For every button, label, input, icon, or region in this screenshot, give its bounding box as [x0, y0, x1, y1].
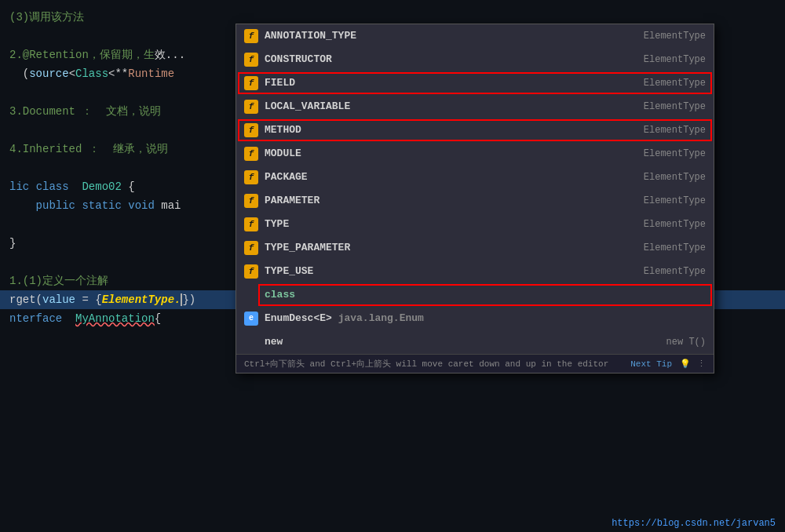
ac-type-14: new T() [651, 333, 706, 352]
ac-name-10: TYPE_PARAMETER [265, 239, 628, 257]
ac-item-package[interactable]: f PACKAGE ElementType [236, 166, 714, 189]
ac-type-9: ElementType [628, 215, 706, 234]
ac-name-6: MODULE [265, 144, 628, 163]
field-icon-11: f [244, 264, 258, 279]
statusbar-shortcut-text: Ctrl+向下箭头 and Ctrl+向上箭头 will move caret … [244, 358, 630, 370]
ac-name-9: TYPE [265, 215, 628, 234]
ac-name-13: EnumDesc<E> java.lang.Enum [265, 309, 706, 328]
field-icon-5: f [244, 123, 258, 137]
ac-item-field[interactable]: f FIELD ElementType [236, 71, 714, 95]
field-icon-6: f [244, 147, 258, 161]
ac-type-8: ElementType [628, 191, 706, 210]
field-icon-2: f [244, 53, 258, 67]
ac-type-5: ElementType [628, 121, 706, 140]
ac-item-method[interactable]: f METHOD ElementType [236, 118, 714, 142]
bottom-url-bar: https://blog.csdn.net/jarvan5 [602, 515, 785, 532]
ac-type-10: ElementType [628, 239, 706, 257]
ac-name-4: LOCAL_VARIABLE [265, 97, 628, 116]
field-icon-7: f [244, 170, 258, 184]
ac-item-annotation-type[interactable]: f ANNOTATION_TYPE ElementType [236, 24, 714, 48]
ac-item-local-variable[interactable]: f LOCAL_VARIABLE ElementType [236, 95, 714, 118]
ac-name-1: ANNOTATION_TYPE [265, 27, 628, 46]
ac-item-new[interactable]: f new new T() [236, 330, 714, 354]
ac-type-4: ElementType [628, 97, 706, 116]
field-icon-9: f [244, 217, 258, 231]
more-options-icon[interactable]: ⋮ [697, 359, 706, 369]
autocomplete-popup[interactable]: f ANNOTATION_TYPE ElementType f CONSTRUC… [236, 24, 714, 373]
url-text: https://blog.csdn.net/jarvan5 [612, 518, 776, 529]
autocomplete-statusbar: Ctrl+向下箭头 and Ctrl+向上箭头 will move caret … [236, 354, 714, 373]
ac-type-7: ElementType [628, 168, 706, 187]
enum-icon-13: e [244, 312, 258, 326]
field-icon-8: f [244, 194, 258, 208]
field-icon-10: f [244, 241, 258, 255]
ac-name-8: PARAMETER [265, 191, 628, 210]
ac-name-11: TYPE_USE [265, 262, 628, 281]
ac-name-14: new [265, 333, 651, 352]
ac-name-5: METHOD [265, 121, 628, 140]
ac-item-class[interactable]: f class [236, 283, 714, 307]
field-icon-3: f [244, 76, 258, 90]
ac-name-12: class [265, 286, 706, 304]
ac-item-constructor[interactable]: f CONSTRUCTOR ElementType [236, 48, 714, 71]
ac-item-type-use[interactable]: f TYPE_USE ElementType [236, 260, 714, 283]
ac-item-module[interactable]: f MODULE ElementType [236, 142, 714, 166]
ac-type-11: ElementType [628, 262, 706, 281]
ac-item-parameter[interactable]: f PARAMETER ElementType [236, 189, 714, 213]
field-icon-4: f [244, 100, 258, 114]
field-icon-1: f [244, 29, 258, 43]
ac-item-type-parameter[interactable]: f TYPE_PARAMETER ElementType [236, 236, 714, 260]
next-tip-button[interactable]: Next Tip [630, 359, 672, 369]
bulb-icon: 💡 [680, 359, 691, 369]
ac-item-enumdesc[interactable]: e EnumDesc<E> java.lang.Enum [236, 307, 714, 330]
ac-name-7: PACKAGE [265, 168, 628, 187]
ac-type-2: ElementType [628, 50, 706, 69]
ac-item-type[interactable]: f TYPE ElementType [236, 213, 714, 236]
ac-type-6: ElementType [628, 144, 706, 163]
ac-name-2: CONSTRUCTOR [265, 50, 628, 69]
ac-type-3: ElementType [628, 74, 706, 93]
ac-name-3: FIELD [265, 74, 628, 93]
ac-type-1: ElementType [628, 27, 706, 46]
